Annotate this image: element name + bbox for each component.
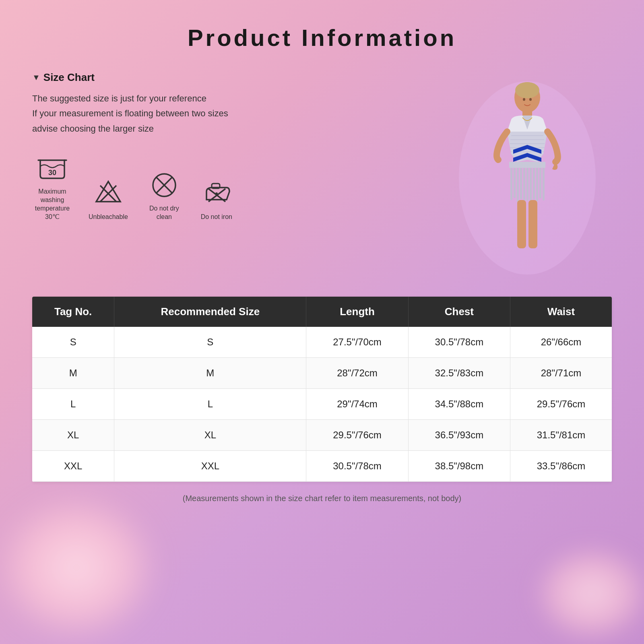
size-chart-heading: ▼ Size Chart	[32, 71, 306, 84]
dry-clean-label: Do not dry clean	[144, 204, 184, 221]
fluffy-right-decoration	[531, 543, 644, 644]
iron-icon	[200, 178, 233, 210]
svg-rect-24	[533, 168, 535, 200]
size-table-container: Tag No. Recommended Size Length Chest Wa…	[32, 297, 612, 482]
triangle-icon: ▼	[32, 73, 40, 82]
cell-r2-c0: L	[32, 389, 114, 420]
cell-r1-c2: 28"/72cm	[306, 358, 408, 389]
wash-icon: 30	[36, 152, 68, 184]
table-body: SS27.5"/70cm30.5"/78cm26"/66cmMM28"/72cm…	[32, 327, 612, 482]
main-content: Product Information ▼ Size Chart The sug…	[32, 16, 612, 511]
fluffy-left-decoration	[0, 491, 161, 644]
svg-rect-20	[520, 168, 522, 199]
cell-r0-c4: 26"/66cm	[510, 327, 612, 358]
table-row: SS27.5"/70cm30.5"/78cm26"/66cm	[32, 327, 612, 358]
bleach-icon	[92, 178, 124, 210]
cell-r4-c4: 33.5"/86cm	[510, 451, 612, 482]
cell-r1-c3: 32.5"/83cm	[408, 358, 510, 389]
cell-r3-c4: 31.5"/81cm	[510, 420, 612, 451]
product-image-area	[443, 71, 612, 281]
table-header-row: Tag No. Recommended Size Length Chest Wa…	[32, 297, 612, 327]
top-section: ▼ Size Chart The suggested size is just …	[32, 71, 612, 281]
cell-r4-c3: 38.5"/98cm	[408, 451, 510, 482]
cell-r0-c3: 30.5"/78cm	[408, 327, 510, 358]
care-item-bleach: Unbleachable	[89, 178, 128, 221]
size-note-1: The suggested size is just for your refe…	[32, 91, 306, 106]
cell-r3-c2: 29.5"/76cm	[306, 420, 408, 451]
product-image-svg	[451, 73, 604, 279]
iron-label: Do not iron	[201, 213, 232, 221]
svg-rect-29	[528, 200, 537, 248]
svg-rect-21	[523, 168, 525, 203]
cell-r1-c4: 28"/71cm	[510, 358, 612, 389]
cell-r2-c4: 29.5"/76cm	[510, 389, 612, 420]
cell-r3-c0: XL	[32, 420, 114, 451]
care-item-wash: 30 Maximum washingtemperature 30℃	[32, 152, 72, 221]
cell-r0-c0: S	[32, 327, 114, 358]
svg-rect-25	[536, 168, 538, 201]
svg-point-31	[529, 98, 532, 101]
page-wrapper: Product Information ▼ Size Chart The sug…	[0, 0, 644, 644]
col-header-rec-size: Recommended Size	[114, 297, 306, 327]
svg-rect-17	[510, 168, 512, 200]
svg-rect-23	[530, 168, 532, 202]
table-row: XLXL29.5"/76cm36.5"/93cm31.5"/81cm	[32, 420, 612, 451]
cell-r1-c1: M	[114, 358, 306, 389]
page-title: Product Information	[32, 16, 612, 51]
svg-rect-16	[509, 162, 545, 168]
size-note-2: If your measurement is floating between …	[32, 106, 306, 121]
table-row: XXLXXL30.5"/78cm38.5"/98cm33.5"/86cm	[32, 451, 612, 482]
care-icons-row: 30 Maximum washingtemperature 30℃	[32, 152, 306, 221]
cell-r0-c2: 27.5"/70cm	[306, 327, 408, 358]
svg-rect-28	[517, 200, 526, 248]
care-item-dry-clean: Do not dry clean	[144, 169, 184, 221]
dry-clean-icon	[148, 169, 180, 201]
svg-rect-22	[526, 168, 528, 201]
svg-rect-18	[514, 168, 516, 198]
col-header-length: Length	[306, 297, 408, 327]
cell-r4-c2: 30.5"/78cm	[306, 451, 408, 482]
svg-rect-26	[539, 168, 541, 198]
cell-r3-c1: XL	[114, 420, 306, 451]
bleach-label: Unbleachable	[89, 213, 128, 221]
cell-r2-c1: L	[114, 389, 306, 420]
wash-label: Maximum washingtemperature 30℃	[32, 188, 72, 221]
footnote: (Measurements shown in the size chart re…	[32, 494, 612, 511]
size-notes: The suggested size is just for your refe…	[32, 91, 306, 136]
table-row: LL29"/74cm34.5"/88cm29.5"/76cm	[32, 389, 612, 420]
care-item-iron: Do not iron	[200, 178, 233, 221]
col-header-waist: Waist	[510, 297, 612, 327]
table-row: MM28"/72cm32.5"/83cm28"/71cm	[32, 358, 612, 389]
svg-text:30: 30	[48, 169, 56, 177]
left-info-panel: ▼ Size Chart The suggested size is just …	[32, 71, 306, 221]
size-table: Tag No. Recommended Size Length Chest Wa…	[32, 297, 612, 482]
cell-r3-c3: 36.5"/93cm	[408, 420, 510, 451]
svg-rect-27	[543, 168, 545, 200]
svg-point-30	[523, 98, 525, 101]
col-header-chest: Chest	[408, 297, 510, 327]
size-chart-label: Size Chart	[43, 71, 95, 84]
cell-r4-c1: XXL	[114, 451, 306, 482]
cell-r2-c3: 34.5"/88cm	[408, 389, 510, 420]
cell-r0-c1: S	[114, 327, 306, 358]
cell-r2-c2: 29"/74cm	[306, 389, 408, 420]
svg-rect-19	[517, 168, 519, 202]
col-header-tag: Tag No.	[32, 297, 114, 327]
cell-r1-c0: M	[32, 358, 114, 389]
size-note-3: advise choosing the larger size	[32, 121, 306, 136]
cell-r4-c0: XXL	[32, 451, 114, 482]
